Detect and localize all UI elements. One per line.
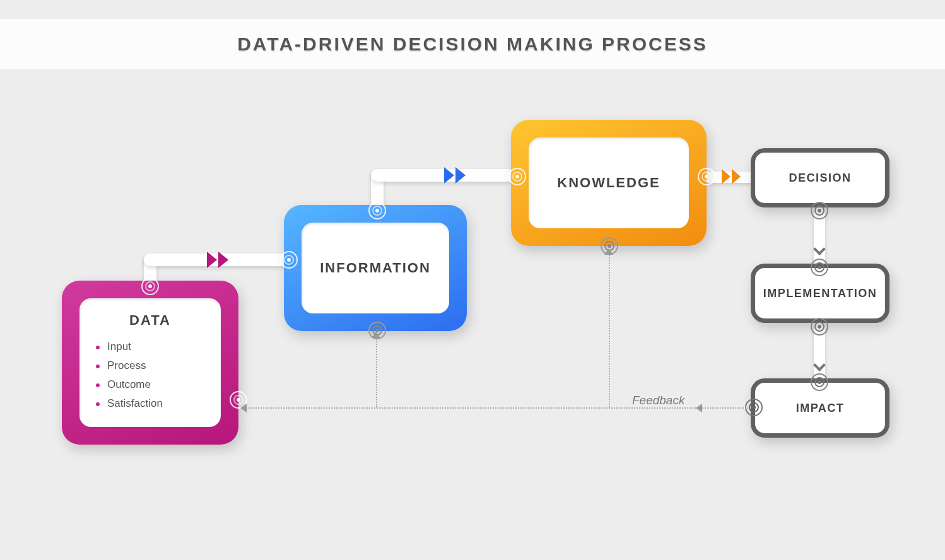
double-arrow-icon xyxy=(207,252,228,268)
connector-ring-icon xyxy=(698,168,715,185)
connector-ring-icon xyxy=(280,251,298,269)
list-item: Process xyxy=(96,356,204,375)
feedback-line xyxy=(246,407,748,409)
connector-ring-icon xyxy=(811,259,828,276)
node-decision: DECISION xyxy=(751,148,889,207)
double-arrow-icon xyxy=(722,169,741,184)
node-impact-label: IMPACT xyxy=(796,402,845,415)
list-item: Outcome xyxy=(96,375,204,394)
feedback-arrow-icon xyxy=(604,248,613,255)
title-bar: DATA-DRIVEN DECISION MAKING PROCESS xyxy=(0,19,945,69)
connector-ring-icon xyxy=(508,168,526,185)
node-implementation-label: IMPLEMENTATION xyxy=(763,287,877,300)
node-knowledge-inner: KNOWLEDGE xyxy=(529,137,689,228)
node-knowledge-label: KNOWLEDGE xyxy=(557,175,660,191)
node-data-inner: DATA Input Process Outcome Satisfaction xyxy=(79,298,221,427)
connector-ring-icon xyxy=(368,202,386,219)
node-knowledge: KNOWLEDGE xyxy=(511,120,707,246)
node-data-label: DATA xyxy=(129,312,171,329)
list-item: Satisfaction xyxy=(96,394,204,413)
node-information-label: INFORMATION xyxy=(320,260,431,276)
connector-ring-icon xyxy=(811,373,828,391)
connector-ring-icon xyxy=(811,202,828,219)
diagram-title: DATA-DRIVEN DECISION MAKING PROCESS xyxy=(237,33,708,55)
diagram-canvas: DATA-DRIVEN DECISION MAKING PROCESS DATA… xyxy=(0,0,945,560)
connector-ring-icon xyxy=(811,318,828,335)
connector-pipe xyxy=(371,169,516,182)
feedback-label: Feedback xyxy=(632,394,684,407)
node-decision-label: DECISION xyxy=(789,172,851,185)
feedback-line xyxy=(376,337,377,407)
node-information-inner: INFORMATION xyxy=(302,223,449,313)
node-information: INFORMATION xyxy=(284,205,467,331)
feedback-arrow-icon xyxy=(240,404,247,412)
node-data-list: Input Process Outcome Satisfaction xyxy=(96,337,204,413)
list-item: Input xyxy=(96,337,204,356)
feedback-line xyxy=(609,252,610,407)
node-data: DATA Input Process Outcome Satisfaction xyxy=(62,281,238,445)
feedback-arrow-icon xyxy=(696,404,702,412)
connector-ring-icon xyxy=(141,277,159,295)
double-arrow-icon xyxy=(444,167,466,184)
feedback-arrow-icon xyxy=(372,332,380,338)
